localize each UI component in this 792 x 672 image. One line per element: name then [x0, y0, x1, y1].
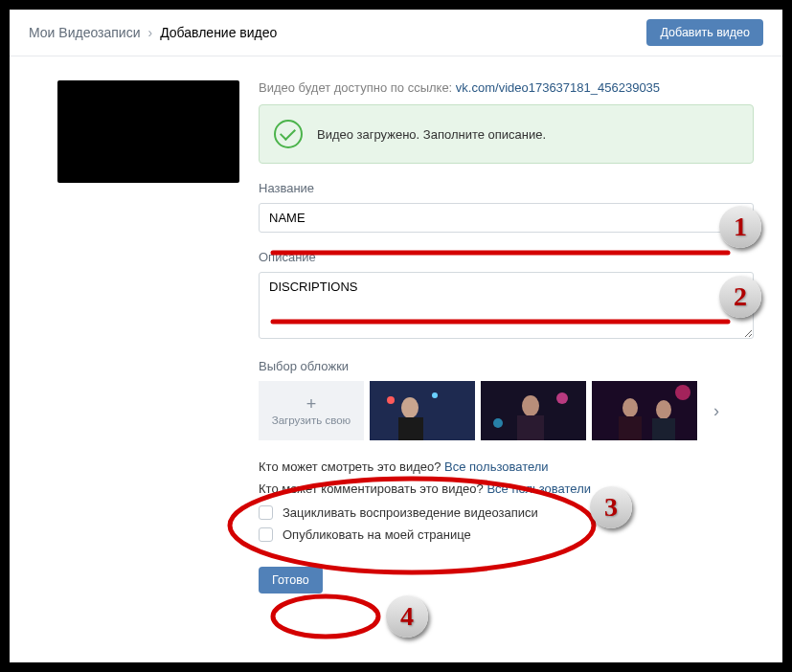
svg-rect-8: [517, 415, 544, 440]
crumb-current: Добавление видео: [160, 25, 277, 40]
privacy-view-row: Кто может смотреть это видео? Все пользо…: [259, 459, 754, 474]
video-thumbnail: [57, 80, 239, 183]
svg-rect-15: [652, 418, 675, 440]
chevron-right-icon: ›: [713, 401, 719, 421]
description-input[interactable]: [259, 272, 754, 339]
publish-option-row: Опубликовать на моей странице: [259, 527, 754, 542]
loop-label: Зацикливать воспроизведение видеозаписи: [283, 505, 538, 520]
privacy-comment-value[interactable]: Все пользователи: [487, 482, 591, 496]
cover-label: Выбор обложки: [259, 359, 754, 373]
video-url-link[interactable]: vk.com/video173637181_456239035: [456, 80, 660, 95]
breadcrumb: Мои Видеозаписи › Добавление видео: [29, 25, 277, 40]
description-label: Описание: [259, 250, 754, 264]
svg-point-9: [556, 392, 568, 404]
privacy-comment-label: Кто может комментировать это видео?: [259, 482, 487, 496]
svg-point-4: [387, 396, 395, 404]
upload-success-banner: Видео загружено. Заполните описание.: [259, 104, 754, 164]
plus-icon: +: [306, 395, 317, 413]
cover-option-3[interactable]: [592, 381, 697, 440]
video-link-info: Видео будет доступно по ссылке: vk.com/v…: [259, 80, 754, 95]
chevron-right-icon: ›: [147, 25, 152, 40]
link-prefix: Видео будет доступно по ссылке:: [259, 80, 456, 95]
page-header: Мои Видеозаписи › Добавление видео Добав…: [10, 10, 782, 56]
svg-point-10: [493, 418, 503, 428]
cover-option-1[interactable]: [370, 381, 475, 440]
svg-point-14: [656, 400, 671, 419]
svg-point-5: [432, 392, 438, 398]
publish-label: Опубликовать на моей странице: [283, 527, 471, 542]
privacy-view-value[interactable]: Все пользователи: [444, 459, 549, 474]
publish-checkbox[interactable]: [259, 527, 273, 542]
svg-point-12: [622, 398, 638, 417]
loop-option-row: Зацикливать воспроизведение видеозаписи: [259, 505, 754, 520]
add-video-button[interactable]: Добавить видео: [646, 19, 763, 46]
upload-cover-button[interactable]: + Загрузить свою: [259, 381, 364, 440]
privacy-comment-row: Кто может комментировать это видео? Все …: [259, 482, 754, 496]
loop-checkbox[interactable]: [259, 505, 273, 520]
title-input[interactable]: [259, 203, 754, 233]
cover-option-2[interactable]: [481, 381, 586, 440]
cover-next-button[interactable]: ›: [703, 381, 730, 440]
svg-point-2: [401, 397, 419, 418]
privacy-view-label: Кто может смотреть это видео?: [259, 459, 444, 474]
success-text: Видео загружено. Заполните описание.: [317, 127, 546, 142]
svg-point-16: [675, 385, 690, 400]
done-button[interactable]: Готово: [259, 567, 323, 594]
title-label: Название: [259, 181, 754, 195]
svg-point-7: [522, 395, 539, 416]
svg-rect-3: [398, 417, 423, 440]
crumb-back[interactable]: Мои Видеозаписи: [29, 25, 140, 40]
svg-rect-13: [619, 416, 642, 440]
upload-cover-label: Загрузить свою: [272, 414, 351, 426]
checkmark-icon: [274, 120, 303, 148]
